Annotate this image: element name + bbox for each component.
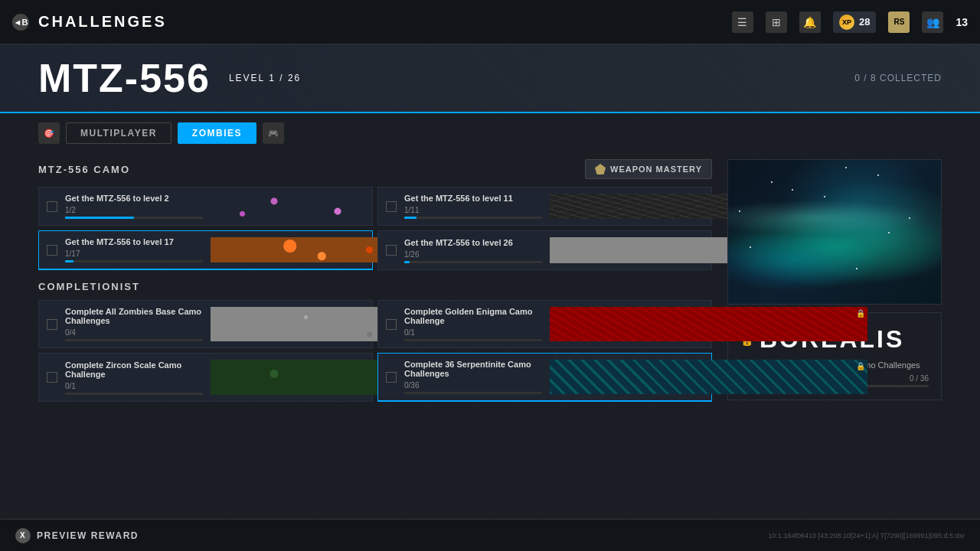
star-2 xyxy=(824,196,825,197)
challenge-item-c1[interactable]: Get the MTZ-556 to level 2 1/2 xyxy=(38,187,373,226)
challenge-info-comp2: Complete Golden Enigma Camo Challenge 0/… xyxy=(404,307,542,341)
progress-bar-fill-c4 xyxy=(404,261,410,263)
challenge-progress-c3: 1/17 xyxy=(65,249,203,258)
tab-zombies[interactable]: ZOMBIES xyxy=(178,122,256,144)
star-3 xyxy=(877,174,879,176)
progress-bar-fill-c2 xyxy=(404,217,416,219)
challenge-checkbox-comp1[interactable] xyxy=(47,319,57,330)
challenge-name-comp3: Complete Zircon Scale Camo Challenge xyxy=(65,360,203,379)
challenge-checkbox-comp2[interactable] xyxy=(386,319,397,330)
weapon-name: MTZ-556 xyxy=(38,58,211,98)
challenge-info-comp3: Complete Zircon Scale Camo Challenge 0/1 xyxy=(65,360,203,395)
xp-value: 28 xyxy=(859,16,870,28)
star-1 xyxy=(771,181,773,183)
challenge-info-c2: Get the MTZ-556 to level 11 1/11 xyxy=(404,194,542,219)
tab-right-icon: 🎮 xyxy=(263,122,284,144)
grid-icon[interactable]: ⊞ xyxy=(766,11,787,33)
challenge-progress-comp3: 0/1 xyxy=(65,382,203,390)
weapon-level: LEVEL 1 / 26 xyxy=(229,73,301,83)
xp-badge: XP 28 xyxy=(833,11,876,33)
players-icon: 👥 xyxy=(922,11,943,33)
challenge-checkbox-c4[interactable] xyxy=(386,245,397,256)
bell-icon[interactable]: 🔔 xyxy=(799,11,821,33)
star-6 xyxy=(845,167,847,168)
progress-bar-bg-c3 xyxy=(65,260,203,262)
progress-bar-bg-comp3 xyxy=(65,393,203,395)
challenge-info-comp4: Complete 36 Serpentinite Camo Challenges… xyxy=(404,360,542,394)
challenge-item-c2[interactable]: Get the MTZ-556 to level 11 1/11 🔒 xyxy=(377,187,712,226)
back-button[interactable]: ◄ B xyxy=(12,14,29,31)
progress-bar-bg-c4 xyxy=(404,261,542,263)
progress-bar-bg-comp4 xyxy=(404,392,542,394)
challenge-checkbox-comp4[interactable] xyxy=(386,372,397,383)
challenge-name-c4: Get the MTZ-556 to level 26 xyxy=(404,238,542,247)
weapon-header: MTZ-556 LEVEL 1 / 26 0 / 8 COLLECTED xyxy=(0,44,980,113)
challenge-name-c1: Get the MTZ-556 to level 2 xyxy=(65,194,203,203)
progress-bar-fill-c1 xyxy=(65,217,134,219)
challenge-info-c4: Get the MTZ-556 to level 26 1/26 xyxy=(404,238,542,263)
back-circle-icon: ◄ B xyxy=(12,14,29,31)
weapon-mastery-button[interactable]: WEAPON MASTERY xyxy=(585,159,712,179)
star-5 xyxy=(750,246,751,248)
challenge-checkbox-comp3[interactable] xyxy=(47,372,57,383)
progress-bar-bg-comp1 xyxy=(65,339,203,341)
challenge-checkbox-c3[interactable] xyxy=(47,245,57,256)
camo-challenge-grid: Get the MTZ-556 to level 2 1/2 Get the M… xyxy=(38,187,712,270)
challenge-name-c2: Get the MTZ-556 to level 11 xyxy=(404,194,542,203)
header-title: CHALLENGES xyxy=(38,13,167,31)
star-10 xyxy=(739,210,740,212)
challenge-info-c3: Get the MTZ-556 to level 17 1/17 xyxy=(65,237,203,262)
xp-icon: XP xyxy=(839,15,854,30)
star-7 xyxy=(856,268,858,269)
challenge-item-comp2[interactable]: Complete Golden Enigma Camo Challenge 0/… xyxy=(377,300,712,348)
challenge-progress-c4: 1/26 xyxy=(404,250,542,259)
progress-bar-bg-c2 xyxy=(404,217,542,219)
header-left: ◄ B CHALLENGES xyxy=(12,13,167,31)
challenge-item-c3[interactable]: Get the MTZ-556 to level 17 1/17 🔒 xyxy=(38,230,373,270)
challenge-progress-comp2: 0/1 xyxy=(404,328,542,337)
header: ◄ B CHALLENGES ☰ ⊞ 🔔 XP 28 RS 👥 13 xyxy=(0,0,980,44)
x-button-icon: X xyxy=(15,528,31,543)
preview-reward-button[interactable]: X PREVIEW REWARD xyxy=(15,528,139,543)
progress-bar-fill-c3 xyxy=(65,260,74,262)
progress-bar-bg-comp2 xyxy=(404,339,542,341)
camo-section-title: MTZ-556 CAMO xyxy=(38,164,130,175)
challenge-progress-comp4: 0/36 xyxy=(404,381,542,390)
challenge-item-comp1[interactable]: Complete All Zombies Base Camo Challenge… xyxy=(38,300,373,348)
players-count: 13 xyxy=(956,16,968,28)
progress-bar-bg-c1 xyxy=(65,217,203,219)
challenge-name-comp4: Complete 36 Serpentinite Camo Challenges xyxy=(404,360,542,378)
challenge-name-c3: Get the MTZ-556 to level 17 xyxy=(65,237,203,246)
challenge-progress-c1: 1/2 xyxy=(65,206,203,214)
left-panel: MTZ-556 CAMO WEAPON MASTERY Get the MTZ-… xyxy=(38,159,712,412)
challenge-thumb-comp2: 🔒 xyxy=(550,307,867,341)
tab-multiplayer[interactable]: MULTIPLAYER xyxy=(66,122,172,144)
completionist-challenge-grid: Complete All Zombies Base Camo Challenge… xyxy=(38,300,712,402)
challenge-item-comp3[interactable]: Complete Zircon Scale Camo Challenge 0/1… xyxy=(38,353,373,402)
header-right: ☰ ⊞ 🔔 XP 28 RS 👥 13 xyxy=(732,11,968,33)
tabs-section: 🎯 MULTIPLAYER ZOMBIES 🎮 xyxy=(0,113,980,153)
weapon-collected: 0 / 8 COLLECTED xyxy=(854,73,942,83)
borealis-preview xyxy=(727,159,942,305)
menu-icon[interactable]: ☰ xyxy=(732,11,753,33)
challenge-progress-comp1: 0/4 xyxy=(65,328,203,337)
star-9 xyxy=(888,232,890,233)
star-8 xyxy=(792,189,793,191)
weapon-mastery-label: WEAPON MASTERY xyxy=(610,165,702,174)
challenge-thumb-comp4: 🔒 xyxy=(550,360,867,394)
tab-left-icon: 🎯 xyxy=(38,122,60,144)
camo-section-header: MTZ-556 CAMO WEAPON MASTERY xyxy=(38,159,712,179)
completionist-section-header: COMPLETIONIST xyxy=(38,281,712,292)
challenge-name-comp1: Complete All Zombies Base Camo Challenge… xyxy=(65,307,203,325)
bottom-bar: X PREVIEW REWARD 10:1:164f06410 [43:208:… xyxy=(0,519,980,551)
challenge-item-c4[interactable]: Get the MTZ-556 to level 26 1/26 🔒 xyxy=(377,230,712,270)
challenge-checkbox-c1[interactable] xyxy=(47,201,57,212)
challenge-item-comp4[interactable]: Complete 36 Serpentinite Camo Challenges… xyxy=(377,353,712,402)
main-content: MTZ-556 CAMO WEAPON MASTERY Get the MTZ-… xyxy=(0,159,980,412)
rank-badge-icon: RS xyxy=(888,11,910,33)
lock-icon-comp2: 🔒 xyxy=(856,309,865,318)
challenge-checkbox-c2[interactable] xyxy=(386,201,397,212)
debug-text: 10:1:164f06410 [43:208:10[24+1]:A] T[729… xyxy=(768,532,965,540)
preview-reward-label: PREVIEW REWARD xyxy=(37,530,139,541)
mastery-icon xyxy=(595,164,606,174)
